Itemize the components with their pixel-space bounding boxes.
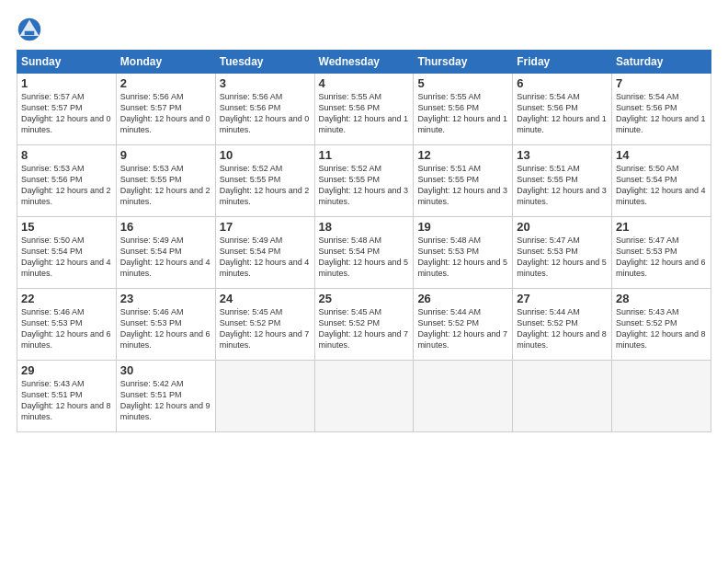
- weekday-header: Sunday: [17, 51, 117, 74]
- day-number: 26: [417, 292, 508, 305]
- day-info: Sunrise: 5:55 AMSunset: 5:56 PMDaylight:…: [417, 92, 507, 134]
- weekday-header: Thursday: [414, 51, 513, 74]
- day-info: Sunrise: 5:49 AMSunset: 5:54 PMDaylight:…: [120, 236, 210, 278]
- calendar-cell: 26 Sunrise: 5:44 AMSunset: 5:52 PMDaylig…: [414, 289, 513, 361]
- calendar-cell: 9 Sunrise: 5:53 AMSunset: 5:55 PMDayligh…: [116, 145, 215, 217]
- day-info: Sunrise: 5:54 AMSunset: 5:56 PMDaylight:…: [517, 92, 607, 134]
- day-info: Sunrise: 5:48 AMSunset: 5:54 PMDaylight:…: [319, 236, 409, 278]
- day-number: 9: [120, 148, 211, 162]
- day-info: Sunrise: 5:50 AMSunset: 5:54 PMDaylight:…: [616, 164, 706, 206]
- day-number: 6: [517, 76, 608, 90]
- day-number: 21: [616, 220, 707, 234]
- day-info: Sunrise: 5:43 AMSunset: 5:52 PMDaylight:…: [616, 307, 706, 350]
- calendar-cell: 30 Sunrise: 5:42 AMSunset: 5:51 PMDaylig…: [116, 361, 215, 432]
- day-number: 16: [120, 220, 211, 234]
- day-info: Sunrise: 5:49 AMSunset: 5:54 PMDaylight:…: [220, 236, 310, 278]
- calendar-week-row: 15 Sunrise: 5:50 AMSunset: 5:54 PMDaylig…: [17, 217, 711, 289]
- calendar-cell: 11 Sunrise: 5:52 AMSunset: 5:55 PMDaylig…: [314, 145, 414, 217]
- calendar-cell: 27 Sunrise: 5:44 AMSunset: 5:52 PMDaylig…: [513, 289, 612, 361]
- calendar-cell: 2 Sunrise: 5:56 AMSunset: 5:57 PMDayligh…: [116, 74, 215, 145]
- day-number: 11: [319, 148, 410, 162]
- day-info: Sunrise: 5:56 AMSunset: 5:57 PMDaylight:…: [120, 92, 210, 134]
- calendar-week-row: 1 Sunrise: 5:57 AMSunset: 5:57 PMDayligh…: [17, 74, 711, 145]
- day-number: 19: [417, 220, 508, 234]
- calendar-cell: 6 Sunrise: 5:54 AMSunset: 5:56 PMDayligh…: [513, 74, 612, 145]
- weekday-header: Monday: [116, 51, 215, 74]
- calendar-cell: 3 Sunrise: 5:56 AMSunset: 5:56 PMDayligh…: [215, 74, 314, 145]
- day-info: Sunrise: 5:44 AMSunset: 5:52 PMDaylight:…: [517, 307, 607, 350]
- day-info: Sunrise: 5:54 AMSunset: 5:56 PMDaylight:…: [616, 92, 706, 134]
- calendar-cell: 16 Sunrise: 5:49 AMSunset: 5:54 PMDaylig…: [116, 217, 215, 289]
- day-info: Sunrise: 5:56 AMSunset: 5:56 PMDaylight:…: [220, 92, 310, 134]
- day-info: Sunrise: 5:55 AMSunset: 5:56 PMDaylight:…: [319, 92, 409, 134]
- day-number: 30: [120, 363, 211, 377]
- day-info: Sunrise: 5:51 AMSunset: 5:55 PMDaylight:…: [417, 164, 507, 206]
- calendar-table: SundayMondayTuesdayWednesdayThursdayFrid…: [17, 50, 711, 432]
- calendar-cell: 20 Sunrise: 5:47 AMSunset: 5:53 PMDaylig…: [513, 217, 612, 289]
- weekday-header: Wednesday: [314, 51, 414, 74]
- day-number: 14: [616, 148, 707, 162]
- day-number: 15: [21, 220, 112, 234]
- day-number: 10: [220, 148, 311, 162]
- day-number: 4: [319, 76, 410, 90]
- logo: [17, 17, 46, 42]
- weekday-header-row: SundayMondayTuesdayWednesdayThursdayFrid…: [17, 51, 711, 74]
- day-info: Sunrise: 5:47 AMSunset: 5:53 PMDaylight:…: [616, 236, 706, 278]
- day-info: Sunrise: 5:43 AMSunset: 5:51 PMDaylight:…: [21, 379, 111, 421]
- day-info: Sunrise: 5:45 AMSunset: 5:52 PMDaylight:…: [319, 307, 409, 350]
- day-number: 18: [319, 220, 410, 234]
- day-info: Sunrise: 5:53 AMSunset: 5:56 PMDaylight:…: [21, 164, 111, 206]
- calendar-cell: 1 Sunrise: 5:57 AMSunset: 5:57 PMDayligh…: [17, 74, 117, 145]
- calendar-week-row: 29 Sunrise: 5:43 AMSunset: 5:51 PMDaylig…: [17, 361, 711, 432]
- day-info: Sunrise: 5:46 AMSunset: 5:53 PMDaylight:…: [21, 307, 111, 350]
- day-number: 29: [21, 363, 112, 377]
- day-info: Sunrise: 5:52 AMSunset: 5:55 PMDaylight:…: [220, 164, 310, 206]
- day-number: 7: [616, 76, 707, 90]
- calendar-cell: [513, 361, 612, 432]
- calendar-cell: 8 Sunrise: 5:53 AMSunset: 5:56 PMDayligh…: [17, 145, 117, 217]
- calendar-cell: [314, 361, 414, 432]
- day-number: 27: [517, 292, 608, 305]
- day-info: Sunrise: 5:44 AMSunset: 5:52 PMDaylight:…: [417, 307, 507, 350]
- day-info: Sunrise: 5:53 AMSunset: 5:55 PMDaylight:…: [120, 164, 210, 206]
- calendar-cell: 7 Sunrise: 5:54 AMSunset: 5:56 PMDayligh…: [612, 74, 711, 145]
- calendar-cell: 5 Sunrise: 5:55 AMSunset: 5:56 PMDayligh…: [414, 74, 513, 145]
- calendar-cell: [414, 361, 513, 432]
- day-number: 22: [21, 292, 112, 305]
- weekday-header: Friday: [513, 51, 612, 74]
- calendar-week-row: 22 Sunrise: 5:46 AMSunset: 5:53 PMDaylig…: [17, 289, 711, 361]
- calendar-cell: [215, 361, 314, 432]
- day-number: 24: [220, 292, 311, 305]
- day-info: Sunrise: 5:47 AMSunset: 5:53 PMDaylight:…: [517, 236, 607, 278]
- day-number: 12: [417, 148, 508, 162]
- weekday-header: Tuesday: [215, 51, 314, 74]
- day-number: 13: [517, 148, 608, 162]
- calendar-cell: 17 Sunrise: 5:49 AMSunset: 5:54 PMDaylig…: [215, 217, 314, 289]
- logo-icon: [17, 17, 42, 42]
- calendar-cell: 29 Sunrise: 5:43 AMSunset: 5:51 PMDaylig…: [17, 361, 117, 432]
- day-number: 5: [417, 76, 508, 90]
- calendar-week-row: 8 Sunrise: 5:53 AMSunset: 5:56 PMDayligh…: [17, 145, 711, 217]
- day-number: 28: [616, 292, 707, 305]
- calendar-cell: 19 Sunrise: 5:48 AMSunset: 5:53 PMDaylig…: [414, 217, 513, 289]
- day-number: 3: [220, 76, 311, 90]
- day-info: Sunrise: 5:42 AMSunset: 5:51 PMDaylight:…: [120, 379, 210, 421]
- day-number: 25: [319, 292, 410, 305]
- day-info: Sunrise: 5:52 AMSunset: 5:55 PMDaylight:…: [319, 164, 409, 206]
- day-info: Sunrise: 5:51 AMSunset: 5:55 PMDaylight:…: [517, 164, 607, 206]
- day-info: Sunrise: 5:57 AMSunset: 5:57 PMDaylight:…: [21, 92, 111, 134]
- day-number: 23: [120, 292, 211, 305]
- calendar-cell: 23 Sunrise: 5:46 AMSunset: 5:53 PMDaylig…: [116, 289, 215, 361]
- calendar-cell: 21 Sunrise: 5:47 AMSunset: 5:53 PMDaylig…: [612, 217, 711, 289]
- calendar-cell: 28 Sunrise: 5:43 AMSunset: 5:52 PMDaylig…: [612, 289, 711, 361]
- day-number: 2: [120, 76, 211, 90]
- day-info: Sunrise: 5:48 AMSunset: 5:53 PMDaylight:…: [417, 236, 507, 278]
- page-header: [17, 17, 711, 42]
- calendar-cell: 4 Sunrise: 5:55 AMSunset: 5:56 PMDayligh…: [314, 74, 414, 145]
- calendar-cell: 22 Sunrise: 5:46 AMSunset: 5:53 PMDaylig…: [17, 289, 117, 361]
- calendar-cell: [612, 361, 711, 432]
- day-info: Sunrise: 5:46 AMSunset: 5:53 PMDaylight:…: [120, 307, 210, 350]
- day-info: Sunrise: 5:45 AMSunset: 5:52 PMDaylight:…: [220, 307, 310, 350]
- calendar-cell: 14 Sunrise: 5:50 AMSunset: 5:54 PMDaylig…: [612, 145, 711, 217]
- calendar-cell: 25 Sunrise: 5:45 AMSunset: 5:52 PMDaylig…: [314, 289, 414, 361]
